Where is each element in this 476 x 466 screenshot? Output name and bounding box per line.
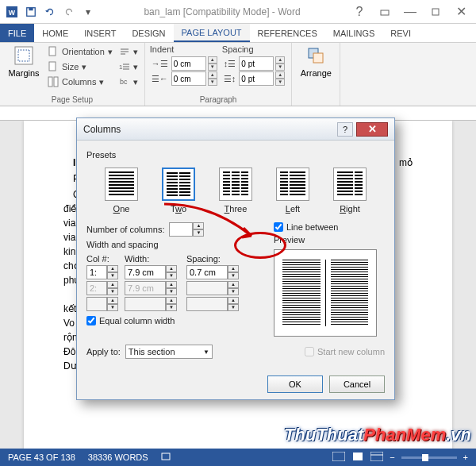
view-read-icon[interactable] [332, 452, 345, 463]
tab-review[interactable]: REVI [382, 24, 419, 42]
indent-left-spinner[interactable]: ▲▼ [171, 56, 217, 71]
dialog-help-button[interactable]: ? [337, 122, 353, 137]
hyphenation-icon: bc [119, 76, 130, 87]
tab-mailings[interactable]: MAILINGS [325, 24, 383, 42]
tab-file[interactable]: FILE [0, 24, 34, 42]
spacing-after-spinner[interactable]: ▲▼ [239, 71, 285, 86]
arrange-icon [305, 44, 327, 67]
columns-button[interactable]: Columns ▾ [46, 75, 114, 89]
row1-width-spinner[interactable]: ▲▼ [125, 265, 182, 279]
svg-rect-16 [162, 453, 170, 460]
tab-insert[interactable]: INSERT [76, 24, 124, 42]
line-between-checkbox[interactable]: Line betweenLine between [274, 222, 385, 232]
tab-references[interactable]: REFERENCES [250, 24, 325, 42]
size-icon [48, 61, 59, 72]
row1-spacing-spinner[interactable]: ▲▼ [186, 265, 244, 279]
tab-home[interactable]: HOME [34, 24, 76, 42]
zoom-out-icon[interactable]: − [390, 453, 394, 462]
dialog-title: Columns [83, 124, 337, 135]
line-numbers-button[interactable]: 1▾ [117, 60, 140, 74]
proofing-icon[interactable] [161, 451, 172, 464]
save-icon[interactable] [22, 3, 40, 21]
preset-left[interactable]: LeftLeft [271, 168, 315, 214]
margins-icon [13, 44, 35, 67]
group-page-setup: Margins Orientation ▾ Size ▾ Columns ▾ ▾… [0, 43, 145, 106]
svg-rect-10 [48, 77, 52, 87]
spacing-after-icon: ☰↕ [224, 74, 236, 84]
svg-rect-18 [353, 453, 363, 460]
minimize-icon[interactable]: — [398, 3, 422, 21]
help-icon[interactable]: ? [347, 3, 371, 21]
view-print-icon[interactable] [351, 452, 364, 463]
margins-label: Margins [8, 68, 39, 78]
indent-left-input[interactable] [171, 56, 206, 71]
qat-customize-icon[interactable]: ▾ [79, 3, 97, 21]
num-columns-input[interactable] [169, 222, 193, 237]
row3-spacing-spinner: ▲▼ [186, 297, 244, 311]
breaks-button[interactable]: ▾ [117, 44, 140, 59]
orientation-button[interactable]: Orientation ▾ [46, 44, 114, 59]
document-title: ban_lam [Compatibility Mode] - Word [97, 6, 347, 17]
spacing-before-input[interactable] [239, 56, 274, 71]
word-icon[interactable]: W [3, 3, 21, 21]
spacing-before-spinner[interactable]: ▲▼ [239, 56, 285, 71]
margins-button[interactable]: Margins [5, 44, 43, 78]
redo-icon[interactable] [60, 3, 78, 21]
preset-two[interactable]: TwoTwo [156, 168, 201, 214]
hyphenation-button[interactable]: bc▾ [117, 75, 140, 89]
equal-width-checkbox[interactable]: Equal column widthEqual column width [86, 316, 263, 325]
undo-icon[interactable] [41, 3, 59, 21]
preset-right[interactable]: RightRight [328, 168, 372, 214]
cancel-button[interactable]: Cancel [329, 375, 385, 393]
width-spacing-label: Width and spacing [86, 240, 263, 249]
close-icon[interactable]: ✕ [449, 3, 473, 21]
ribbon-toggle-icon[interactable] [373, 3, 397, 21]
row2-spacing-spinner: ▲▼ [186, 281, 244, 295]
zoom-in-icon[interactable]: + [463, 453, 468, 462]
zoom-slider[interactable] [401, 456, 457, 459]
maximize-icon[interactable] [424, 3, 447, 21]
tab-design[interactable]: DESIGN [124, 24, 173, 42]
arrange-label: Arrange [301, 68, 332, 78]
indent-right-spinner[interactable]: ▲▼ [171, 71, 217, 86]
apply-to-select[interactable]: This section▼ [125, 345, 213, 359]
indent-label: Indent [150, 44, 219, 56]
width-spacing-table: Col #:Col #: Width:Width: Spacing:Spacin… [86, 254, 263, 311]
indent-right-input[interactable] [171, 71, 206, 86]
preset-three[interactable]: ThreeThree [213, 168, 258, 214]
row3-col-spinner: ▲▼ [86, 297, 120, 311]
spacing-label: Spacing [222, 44, 287, 56]
quick-access-toolbar: W ▾ [3, 3, 97, 21]
spacing-before-icon: ↕☰ [224, 59, 236, 69]
word-count[interactable]: 38336 WORDS [88, 453, 148, 462]
dialog-close-button[interactable]: ✕ [356, 122, 388, 137]
svg-rect-9 [49, 62, 56, 71]
svg-rect-4 [381, 10, 389, 15]
size-button[interactable]: Size ▾ [46, 60, 114, 74]
ribbon-tabs: FILE HOME INSERT DESIGN PAGE LAYOUT REFE… [0, 24, 476, 43]
arrange-button[interactable]: Arrange [297, 44, 335, 78]
preset-one[interactable]: OOnene [99, 168, 144, 214]
svg-rect-5 [432, 9, 439, 15]
spin-up-icon[interactable]: ▲ [208, 56, 217, 64]
ok-button[interactable]: OK [267, 375, 323, 393]
spacing-after-input[interactable] [239, 71, 274, 86]
row1-col-spinner[interactable]: ▲▼ [86, 265, 120, 279]
view-web-icon[interactable] [370, 452, 383, 463]
row3-width-spinner: ▲▼ [125, 297, 182, 311]
presets-label: Presets [86, 150, 385, 160]
width-header: Width: [125, 254, 182, 264]
svg-rect-17 [332, 452, 345, 461]
tab-page-layout[interactable]: PAGE LAYOUT [174, 24, 250, 42]
group-arrange: Arrange [292, 43, 340, 106]
spin-down-icon[interactable]: ▼ [208, 64, 217, 71]
page-number[interactable]: PAGE 43 OF 138 [8, 453, 75, 462]
num-columns-spinner[interactable]: ▲▼ [169, 222, 204, 237]
orientation-icon [48, 46, 59, 57]
spacing-header: Spacing: [186, 254, 244, 264]
columns-icon [48, 76, 59, 87]
svg-rect-3 [29, 7, 33, 10]
line-numbers-icon: 1 [119, 61, 130, 72]
indent-right-icon: ☰← [152, 74, 168, 84]
row2-col-spinner: ▲▼ [86, 281, 120, 295]
